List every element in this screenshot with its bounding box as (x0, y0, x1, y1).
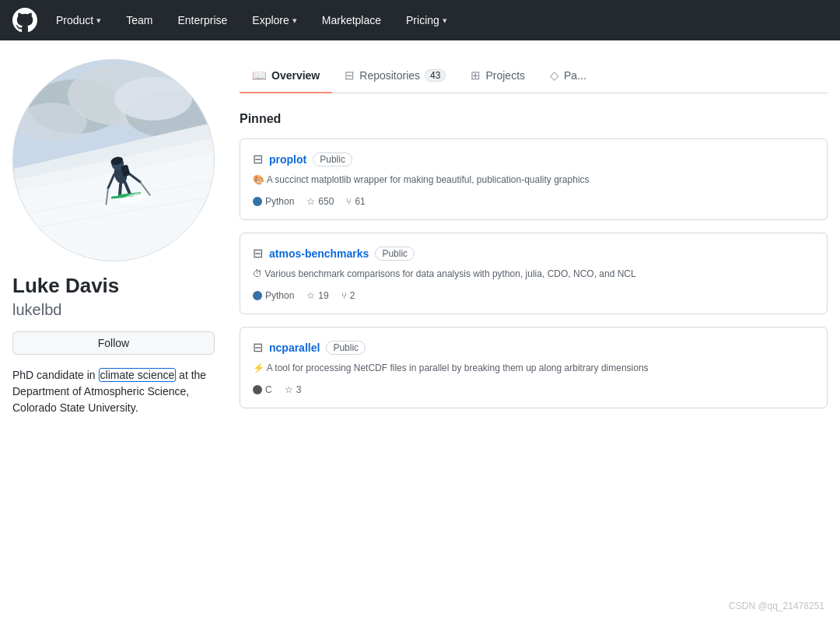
pricing-chevron-icon: ▾ (443, 16, 447, 26)
profile-sidebar: Luke Davis lukelbd Follow PhD candidate … (12, 59, 215, 416)
tab-projects-label: Projects (485, 69, 525, 82)
fork-icon-atmos: ⑂ (341, 290, 347, 301)
tab-overview[interactable]: 📖 Overview (240, 59, 332, 93)
nav-pricing-label: Pricing (406, 14, 439, 26)
repo-card-proplot: ⊟ proplot Public 🎨 A succinct matplotlib… (240, 138, 828, 220)
avatar (12, 59, 215, 261)
profile-bio: PhD candidate in climate science at the … (12, 367, 215, 416)
star-icon-proplot: ☆ (306, 196, 315, 207)
nav-explore[interactable]: Explore ▾ (246, 11, 303, 30)
nav-marketplace[interactable]: Marketplace (316, 11, 387, 30)
repo-desc-emoji-atmos: ⏱ (253, 268, 262, 279)
repo-name-atmos[interactable]: atmos-benchmarks (269, 247, 369, 260)
follow-button[interactable]: Follow (12, 331, 215, 355)
repo-lang-proplot: Python (253, 196, 294, 207)
repo-desc-emoji-proplot: 🎨 (253, 174, 264, 185)
repo-name-proplot[interactable]: proplot (269, 153, 306, 166)
tab-overview-label: Overview (271, 69, 320, 82)
nav-product[interactable]: Product ▾ (50, 11, 107, 30)
nav-marketplace-label: Marketplace (322, 14, 381, 26)
star-icon-atmos: ☆ (306, 290, 315, 301)
bio-highlight: climate science (99, 368, 177, 382)
repo-stars-proplot: ☆ 650 (306, 196, 334, 207)
repo-badge-proplot: Public (313, 152, 352, 166)
repo-icon-ncparallel: ⊟ (253, 340, 263, 355)
svg-point-5 (17, 103, 87, 142)
nav-team[interactable]: Team (120, 11, 159, 30)
profile-tabs: 📖 Overview ⊟ Repositories 43 ⊞ Projects … (240, 59, 828, 93)
profile-name: Luke Davis (12, 274, 215, 298)
nav-pricing[interactable]: Pricing ▾ (400, 11, 453, 30)
repo-name-ncparallel[interactable]: ncparallel (269, 342, 320, 354)
pinned-section: Pinned ⊟ proplot Public 🎨 A succinct mat… (240, 112, 828, 408)
repo-desc-atmos: ⏱ Various benchmark comparisons for data… (253, 267, 814, 281)
pinned-label: Pinned (240, 112, 828, 126)
repo-card-header-ncparallel: ⊟ ncparallel Public (253, 340, 814, 355)
star-icon-ncparallel: ☆ (285, 384, 293, 395)
lang-dot-python-atmos (253, 291, 262, 300)
profile-handle: lukelbd (12, 301, 215, 319)
pinned-cards: ⊟ proplot Public 🎨 A succinct matplotlib… (240, 138, 828, 408)
page-container: Luke Davis lukelbd Follow PhD candidate … (0, 40, 840, 435)
repo-card-atmos-benchmarks: ⊟ atmos-benchmarks Public ⏱ Various benc… (240, 233, 828, 314)
nav-explore-label: Explore (252, 14, 289, 26)
nav-enterprise-label: Enterprise (177, 14, 227, 26)
repo-meta-atmos: Python ☆ 19 ⑂ 2 (253, 290, 814, 301)
overview-icon: 📖 (252, 68, 267, 82)
main-content: 📖 Overview ⊟ Repositories 43 ⊞ Projects … (240, 59, 828, 416)
packages-icon: ◇ (550, 68, 559, 82)
repo-desc-proplot: 🎨 A succinct matplotlib wrapper for maki… (253, 173, 814, 187)
repo-badge-atmos: Public (375, 247, 415, 261)
repositories-icon: ⊟ (345, 68, 355, 82)
repo-desc-emoji-ncparallel: ⚡ (253, 363, 264, 373)
product-chevron-icon: ▾ (96, 16, 101, 26)
lang-dot-python-proplot (253, 197, 262, 206)
nav-enterprise[interactable]: Enterprise (171, 11, 233, 30)
tab-projects[interactable]: ⊞ Projects (458, 59, 537, 93)
repo-stars-ncparallel: ☆ 3 (285, 384, 302, 395)
nav-product-label: Product (56, 14, 93, 26)
repo-desc-ncparallel: ⚡ A tool for processing NetCDF files in … (253, 361, 814, 375)
repositories-badge: 43 (425, 69, 446, 82)
tab-packages[interactable]: ◇ Pa... (537, 59, 599, 93)
repo-forks-proplot: ⑂ 61 (346, 196, 365, 207)
repo-forks-atmos: ⑂ 2 (341, 290, 355, 301)
navbar: Product ▾ Team Enterprise Explore ▾ Mark… (0, 0, 840, 40)
nav-team-label: Team (126, 14, 152, 26)
github-logo[interactable] (12, 8, 37, 33)
repo-badge-ncparallel: Public (326, 341, 366, 355)
repo-card-header-proplot: ⊟ proplot Public (253, 152, 814, 166)
repo-lang-ncparallel: C (253, 384, 272, 395)
repo-card-ncparallel: ⊟ ncparallel Public ⚡ A tool for process… (240, 327, 828, 408)
lang-dot-c-ncparallel (253, 385, 262, 394)
repo-icon-proplot: ⊟ (253, 152, 263, 166)
repo-card-header-atmos: ⊟ atmos-benchmarks Public (253, 246, 814, 261)
explore-chevron-icon: ▾ (292, 16, 297, 26)
repo-icon-atmos: ⊟ (253, 246, 263, 261)
svg-point-6 (114, 77, 192, 121)
repo-lang-atmos: Python (253, 290, 294, 301)
projects-icon: ⊞ (471, 68, 481, 82)
repo-meta-proplot: Python ☆ 650 ⑂ 61 (253, 196, 814, 207)
tab-repositories[interactable]: ⊟ Repositories 43 (332, 59, 458, 93)
fork-icon-proplot: ⑂ (346, 196, 352, 207)
repo-meta-ncparallel: C ☆ 3 (253, 384, 814, 395)
repo-stars-atmos: ☆ 19 (306, 290, 328, 301)
tab-repositories-label: Repositories (359, 69, 420, 82)
tab-packages-label: Pa... (564, 69, 586, 82)
